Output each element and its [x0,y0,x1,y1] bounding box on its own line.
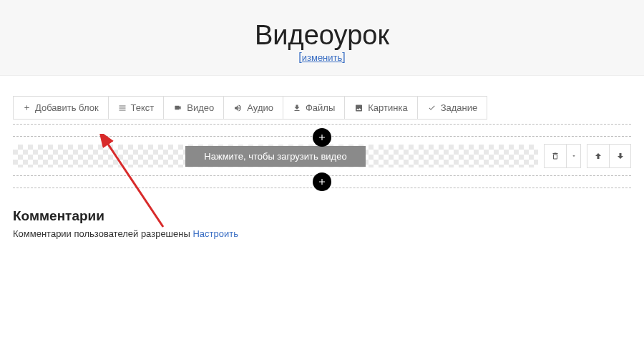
image-icon [354,104,364,112]
video-upload-area: Нажмите, чтобы загрузить видео [13,145,538,167]
insert-block-below-button[interactable] [313,172,331,191]
volume-icon [233,104,243,112]
upload-video-button[interactable]: Нажмите, чтобы загрузить видео [185,146,365,167]
insert-block-above-button[interactable] [313,128,331,147]
check-icon [427,104,436,112]
move-up-button[interactable] [587,145,609,167]
image-block-button[interactable]: Картинка [345,97,417,119]
audio-block-label: Аудио [247,102,273,113]
move-down-button[interactable] [609,145,630,167]
delete-dropdown-button[interactable] [566,145,580,167]
edit-link[interactable]: изменить [302,52,343,63]
caret-down-icon [571,153,577,159]
plus-icon [317,177,327,187]
align-justify-icon [118,104,127,112]
edit-link-wrapper: [изменить] [0,51,644,64]
comments-status-text: Комментарии пользователей разрешены [13,228,192,239]
delete-block-button[interactable] [545,145,566,167]
text-block-button[interactable]: Текст [109,97,165,119]
image-block-label: Картинка [368,102,407,113]
configure-comments-link[interactable]: Настроить [192,228,238,239]
move-group [587,144,631,168]
plus-icon [317,132,327,142]
video-block-button[interactable]: Видео [164,97,224,119]
block-row-controls [544,144,631,168]
delete-group [544,144,581,168]
divider-top [13,124,631,137]
page-header: Видеоурок [изменить] [0,0,644,76]
add-block-label: Добавить блок [35,102,99,113]
add-block-button[interactable]: Добавить блок [14,97,109,119]
task-block-label: Задание [441,102,478,113]
task-block-button[interactable]: Задание [418,97,487,119]
arrow-down-icon [616,151,625,161]
audio-block-button[interactable]: Аудио [224,97,283,119]
video-block-row: Нажмите, чтобы загрузить видео [13,144,631,168]
page-title: Видеоурок [0,20,644,51]
download-icon [293,104,301,112]
comments-heading: Комментарии [13,208,631,224]
plus-icon [23,104,31,112]
video-camera-icon [173,104,182,112]
video-block-label: Видео [187,102,214,113]
files-block-label: Файлы [306,102,335,113]
arrow-up-icon [594,151,602,161]
divider-bottom [13,175,631,188]
block-toolbar: Добавить блок Текст Видео Аудио Файлы Ка… [13,96,487,120]
files-block-button[interactable]: Файлы [283,97,345,119]
comments-status-line: Комментарии пользователей разрешены Наст… [13,228,631,239]
comments-section: Комментарии Комментарии пользователей ра… [13,208,631,239]
trash-icon [551,151,560,161]
text-block-label: Текст [131,102,155,113]
